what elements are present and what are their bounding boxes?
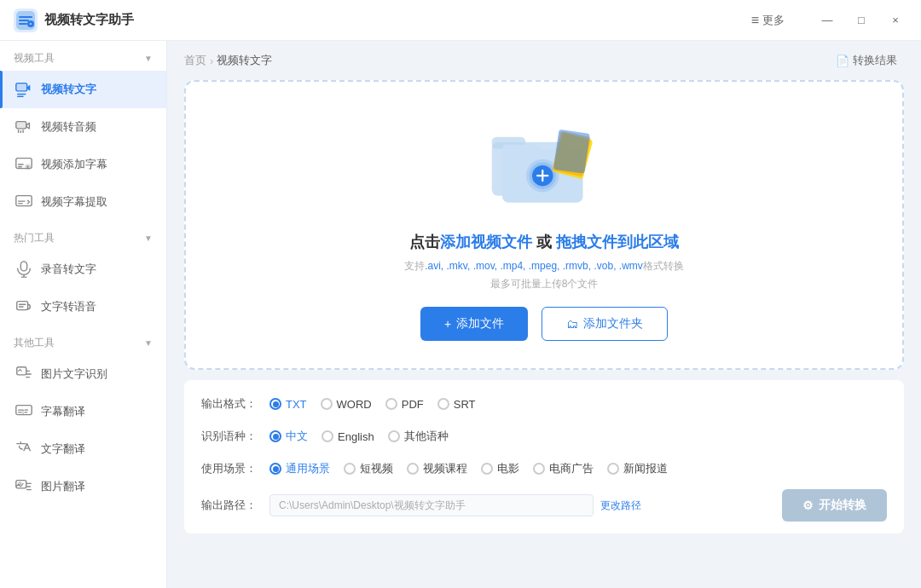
- formats-suffix: 格式转换: [643, 260, 684, 272]
- sidebar-item-audio-to-text[interactable]: 录音转文字: [0, 251, 166, 288]
- scene-option-ecommerce[interactable]: 电商广告: [533, 461, 594, 476]
- language-label-chinese: 中文: [286, 429, 308, 444]
- format-options: TXT WORD PDF SRT: [269, 398, 887, 411]
- radio-ecommerce: [533, 463, 545, 475]
- sidebar-label-text-to-speech: 文字转语音: [41, 299, 96, 314]
- sidebar-label-subtitle-translate: 字幕翻译: [41, 404, 85, 419]
- breadcrumb-bar: 首页 › 视频转文字 📄 转换结果: [167, 41, 921, 80]
- drop-text-or: 或: [532, 233, 556, 251]
- sidebar-label-image-ocr: 图片文字识别: [41, 366, 107, 382]
- format-option-srt[interactable]: SRT: [437, 398, 476, 411]
- restore-button[interactable]: □: [846, 5, 877, 36]
- doc-icon: 📄: [836, 55, 849, 67]
- radio-short: [344, 463, 356, 475]
- video-to-audio-icon: [14, 117, 34, 137]
- minimize-button[interactable]: —: [812, 5, 843, 36]
- convert-icon: ⚙: [802, 499, 814, 512]
- text-translate-icon: [14, 439, 34, 459]
- radio-pdf: [385, 398, 397, 410]
- scene-label-ecommerce: 电商广告: [549, 461, 594, 476]
- format-option-txt[interactable]: TXT: [269, 398, 307, 411]
- sidebar-item-image-translate[interactable]: 图片翻译: [0, 468, 166, 505]
- formats-label: 支持: [404, 260, 425, 272]
- format-label-txt: TXT: [286, 398, 307, 411]
- sidebar-item-video-to-audio[interactable]: 视频转音频: [0, 108, 166, 146]
- scene-label: 使用场景：: [201, 461, 269, 476]
- scene-option-general[interactable]: 通用场景: [269, 461, 330, 476]
- sidebar-label-audio-to-text: 录音转文字: [41, 262, 96, 277]
- video-extract-subtitle-icon: [14, 192, 34, 212]
- scene-label-news: 新闻报道: [623, 461, 668, 476]
- image-ocr-icon: [14, 364, 34, 384]
- language-option-english[interactable]: English: [321, 430, 374, 443]
- scene-label-short: 短视频: [360, 461, 393, 476]
- convert-result-button[interactable]: 📄 转换结果: [829, 49, 904, 72]
- change-path-button[interactable]: 更改路径: [600, 499, 641, 513]
- sidebar-label-video-extract-subtitle: 视频字幕提取: [41, 194, 107, 210]
- more-label: 更多: [762, 13, 785, 28]
- format-option-pdf[interactable]: PDF: [385, 398, 424, 411]
- sidebar-item-video-to-text[interactable]: 视频转文字: [0, 71, 166, 108]
- language-label: 识别语种：: [201, 429, 269, 444]
- drop-zone[interactable]: 点击添加视频文件 或 拖拽文件到此区域 支持.avi, .mkv, .mov, …: [184, 80, 904, 370]
- video-to-text-icon: [14, 79, 34, 100]
- format-label-pdf: PDF: [402, 398, 424, 411]
- svg-rect-19: [502, 144, 538, 154]
- scene-label-course: 视频课程: [423, 461, 467, 476]
- sidebar-label-video-add-subtitle: 视频添加字幕: [41, 157, 107, 172]
- main-layout: 视频工具 ▼ 视频转文字: [0, 41, 921, 588]
- sidebar-label-video-to-text: 视频转文字: [41, 82, 96, 97]
- radio-word: [321, 398, 333, 410]
- radio-chinese: [269, 430, 281, 442]
- chevron-icon: ▼: [144, 54, 153, 63]
- drop-text-link1[interactable]: 添加视频文件: [440, 233, 532, 251]
- app-title: 视频转文字助手: [44, 12, 134, 28]
- scene-label-general: 通用场景: [286, 461, 330, 476]
- sidebar-label-text-translate: 文字翻译: [41, 441, 85, 457]
- sidebar-item-subtitle-translate[interactable]: 字幕翻译: [0, 393, 166, 430]
- close-button[interactable]: ×: [880, 5, 911, 36]
- format-label-word: WORD: [337, 398, 372, 411]
- scene-option-course[interactable]: 视频课程: [407, 461, 467, 476]
- breadcrumb-current: 视频转文字: [217, 53, 272, 68]
- radio-other: [388, 430, 400, 442]
- sidebar-section-hot-tools: 热门工具 ▼: [0, 221, 166, 251]
- format-option-word[interactable]: WORD: [321, 398, 372, 411]
- scene-option-short[interactable]: 短视频: [344, 461, 393, 476]
- more-menu[interactable]: ≡ 更多: [751, 13, 785, 28]
- folder-icon: 🗂: [566, 317, 578, 331]
- drop-text-link2[interactable]: 拖拽文件到此区域: [556, 233, 679, 251]
- drop-zone-limit: 最多可批量上传8个文件: [490, 277, 599, 291]
- add-file-button[interactable]: + 添加文件: [420, 307, 528, 341]
- radio-srt: [437, 398, 449, 410]
- scene-row: 使用场景： 通用场景 短视频 视频课程: [201, 457, 887, 481]
- scene-option-news[interactable]: 新闻报道: [607, 461, 668, 476]
- language-option-chinese[interactable]: 中文: [269, 429, 308, 444]
- scene-option-movie[interactable]: 电影: [481, 461, 519, 476]
- settings-panel: 输出格式： TXT WORD PDF: [184, 380, 904, 533]
- add-folder-button[interactable]: 🗂 添加文件夹: [542, 307, 668, 341]
- path-input-row: 更改路径: [269, 494, 782, 516]
- path-label: 输出路径：: [201, 498, 269, 513]
- sidebar-item-video-extract-subtitle[interactable]: 视频字幕提取: [0, 183, 166, 221]
- format-label: 输出格式：: [201, 396, 269, 412]
- sidebar-item-image-ocr[interactable]: 图片文字识别: [0, 355, 166, 393]
- language-label-other: 其他语种: [404, 429, 449, 444]
- start-convert-label: 开始转换: [819, 498, 866, 513]
- radio-general: [269, 463, 281, 475]
- sidebar-item-text-translate[interactable]: 文字翻译: [0, 430, 166, 468]
- path-input[interactable]: [269, 494, 594, 516]
- section-label-video: 视频工具: [14, 51, 55, 66]
- add-folder-label: 添加文件夹: [583, 316, 643, 331]
- menu-icon: ≡: [751, 13, 759, 28]
- start-convert-button[interactable]: ⚙ 开始转换: [782, 489, 887, 522]
- breadcrumb-home: 首页: [184, 53, 206, 68]
- language-option-other[interactable]: 其他语种: [388, 429, 449, 444]
- scene-options: 通用场景 短视频 视频课程 电影: [269, 461, 887, 476]
- section-label-other: 其他工具: [14, 336, 55, 350]
- path-row: 输出路径： 更改路径 ⚙ 开始转换: [201, 489, 887, 522]
- radio-course: [407, 463, 419, 475]
- sidebar-item-video-add-subtitle[interactable]: 视频添加字幕: [0, 146, 166, 183]
- sidebar-item-text-to-speech[interactable]: 文字转语音: [0, 288, 166, 326]
- sidebar-section-other-tools: 其他工具 ▼: [0, 326, 166, 355]
